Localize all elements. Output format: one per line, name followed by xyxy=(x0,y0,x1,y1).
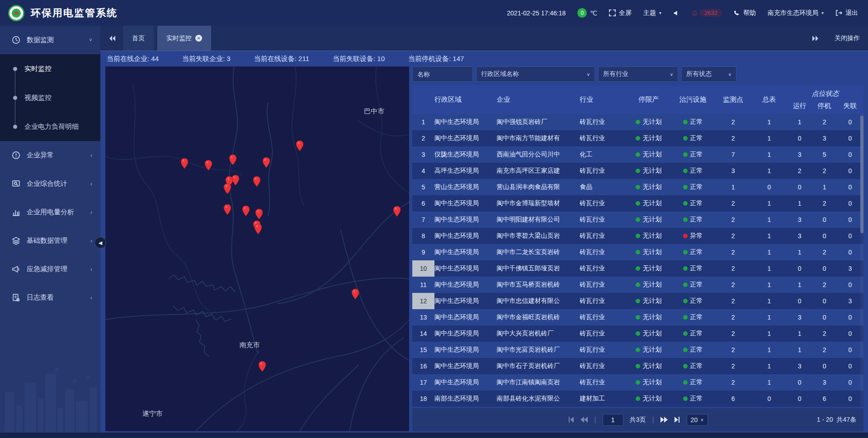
table-row[interactable]: 11阆中生态环境局阆中市五马桥页岩机砖砖瓦行业无计划正常21120 xyxy=(412,277,863,293)
sidebar-subitem-视频监控[interactable]: 视频监控 xyxy=(0,83,100,112)
table-row[interactable]: 3仪陇生态环境局西南油气田分公司川中化工无计划正常71350 xyxy=(412,146,863,163)
sidebar-subitem-企业电力负荷明细[interactable]: 企业电力负荷明细 xyxy=(0,112,100,141)
sidebar-collapse-button[interactable]: ◀ xyxy=(94,237,106,249)
map-pin-icon[interactable] xyxy=(263,157,270,168)
last-page-button[interactable] xyxy=(674,417,680,423)
map-pin-icon[interactable] xyxy=(205,160,212,170)
map-pin-icon[interactable] xyxy=(229,155,237,165)
table-row[interactable]: 4高坪生态环境局南充市高坪区王家店建砖瓦行业无计划正常31220 xyxy=(412,163,863,179)
bottom-scrollbar[interactable] xyxy=(0,433,868,438)
table-row[interactable]: 5营山生态环境局营山县润丰肉食品有限食品无计划正常10010 xyxy=(412,179,863,195)
map-pin-icon[interactable] xyxy=(224,184,231,194)
table-row[interactable]: 12阆中生态环境局阆中市忠信建材有限公砖瓦行业无计划正常21003 xyxy=(412,293,863,309)
cell-meter: 1 xyxy=(751,314,787,321)
row-index: 15 xyxy=(412,342,434,358)
table-row[interactable]: 17阆中生态环境局阆中市江南镇阆南页岩砖瓦行业无计划正常21030 xyxy=(412,374,863,391)
table-row[interactable]: 8阆中生态环境局阆中市枣碧大梁山页岩砖瓦行业无计划异常21300 xyxy=(412,228,863,244)
tab-home[interactable]: 首页 xyxy=(123,26,154,51)
map-pin-icon[interactable] xyxy=(255,224,262,234)
chevron-left-icon: ‹ xyxy=(90,295,92,301)
sidebar-item-3[interactable]: 企业用电量分析‹ xyxy=(0,198,100,226)
map-pin-icon[interactable] xyxy=(253,176,261,187)
close-icon[interactable]: ✕ xyxy=(195,35,202,42)
cell-stop: 1 xyxy=(812,184,837,191)
theme-dropdown[interactable]: 主题▾ xyxy=(643,9,661,17)
sidebar-item-label: 基础数据管理 xyxy=(27,236,84,245)
cell-production-status: 无计划 xyxy=(627,151,671,159)
app-root: 环保用电监管系统 2021-02-25 17:46:18 0 ℃ 全屏 主题▾ xyxy=(0,0,868,438)
close-operations-button[interactable]: 关闭操作 xyxy=(835,34,860,42)
page-number-input[interactable] xyxy=(603,414,623,426)
table-row[interactable]: 15阆中生态环境局阆中市光富页岩机砖厂砖瓦行业无计划正常21120 xyxy=(412,342,863,358)
map-panel[interactable]: 巴中市南充市遂宁市 xyxy=(105,66,409,431)
logout-button[interactable]: 退出 xyxy=(835,9,858,17)
mute-button[interactable] xyxy=(673,10,679,16)
cell-industry: 砖瓦行业 xyxy=(580,134,627,142)
table-row[interactable]: 10阆中生态环境局阆中千佛镇五郎垭页岩砖瓦行业无计划正常21003 xyxy=(412,260,863,277)
cell-meter: 1 xyxy=(751,281,787,288)
cell-region: 阆中生态环境局 xyxy=(434,264,497,273)
table-row[interactable]: 18南部生态环境局南部县砖化水泥有限公建材加工无计划正常60060 xyxy=(412,391,863,407)
megaphone-icon xyxy=(12,265,20,273)
cell-production-status: 无计划 xyxy=(627,362,671,370)
table-row[interactable]: 2阆中生态环境局阆中市南方节能建材有砖瓦行业无计划正常21030 xyxy=(412,130,863,146)
map-pin-icon[interactable] xyxy=(352,289,359,299)
map-pin-icon[interactable] xyxy=(259,361,266,372)
status-dot-icon xyxy=(683,120,688,124)
name-filter-input[interactable] xyxy=(417,71,468,78)
map-pin-icon[interactable] xyxy=(255,209,263,219)
table-row[interactable]: 13阆中生态环境局阆中市金福旺页岩机砖砖瓦行业无计划正常21300 xyxy=(412,309,863,325)
help-button[interactable]: 帮助 xyxy=(734,9,756,17)
status-filter-select[interactable]: 所有状态∨ xyxy=(681,66,736,82)
row-index: 8 xyxy=(412,228,434,244)
sidebar-subitem-实时监控[interactable]: 实时监控 xyxy=(0,54,100,83)
app-title: 环保用电监管系统 xyxy=(31,6,118,20)
notifications-button[interactable]: 2632 xyxy=(691,9,722,17)
cell-lost: 0 xyxy=(837,118,863,126)
table-row[interactable]: 7阆中生态环境局阆中明阳建材有限公司砖瓦行业无计划正常21300 xyxy=(412,212,863,228)
cell-run: 0 xyxy=(787,265,812,272)
map-pin-icon[interactable] xyxy=(224,204,231,215)
speaker-icon xyxy=(673,10,679,16)
tabs-scroll-right-button[interactable] xyxy=(808,35,823,42)
bell-icon xyxy=(691,9,698,16)
previous-page-button[interactable] xyxy=(580,417,588,423)
layers-icon xyxy=(12,236,20,245)
map-pin-icon[interactable] xyxy=(231,175,239,185)
cell-facility-status: 正常 xyxy=(671,151,715,159)
tab-realtime-monitor[interactable]: 实时监控 ✕ xyxy=(157,26,211,51)
sidebar-item-1[interactable]: 企业异常‹ xyxy=(0,141,100,170)
map-roads xyxy=(105,66,409,431)
cell-region: 仪陇生态环境局 xyxy=(434,151,497,159)
map-pin-icon[interactable] xyxy=(296,141,304,151)
table-row[interactable]: 6阆中生态环境局阆中市金博瑞新型墙材砖瓦行业无计划正常21120 xyxy=(412,195,863,212)
industry-filter-select[interactable]: 所有行业∨ xyxy=(598,66,678,82)
temperature-unit: ℃ xyxy=(590,9,597,17)
sidebar-item-0[interactable]: 数据监测˅ xyxy=(0,26,100,54)
cell-meter: 1 xyxy=(751,363,787,370)
status-dot-icon xyxy=(636,120,640,124)
sidebar-item-6[interactable]: 日志查看‹ xyxy=(0,283,100,312)
table-scrollbar[interactable] xyxy=(860,114,863,408)
tabs-scroll-left-button[interactable] xyxy=(105,35,119,42)
map-pin-icon[interactable] xyxy=(180,158,188,169)
map-pin-icon[interactable] xyxy=(242,206,250,216)
status-dot-icon xyxy=(636,250,640,254)
table-row[interactable]: 16阆中生态环境局阆中市石子页岩机砖厂砖瓦行业无计划正常21300 xyxy=(412,358,863,374)
table-row[interactable]: 9阆中生态环境局阆中市二龙长宝页岩砖砖瓦行业无计划正常21120 xyxy=(412,244,863,260)
sidebar-item-4[interactable]: 基础数据管理‹ xyxy=(0,226,100,255)
table-row[interactable]: 1阆中生态环境局阆中强锐页岩砖厂砖瓦行业无计划正常21120 xyxy=(412,114,863,130)
page-size-select[interactable]: 20∨ xyxy=(687,414,708,426)
cell-industry: 砖瓦行业 xyxy=(580,232,627,240)
cell-company: 阆中强锐页岩砖厂 xyxy=(497,118,580,126)
map-pin-icon[interactable] xyxy=(393,206,401,217)
cell-meter: 1 xyxy=(751,265,787,272)
first-page-button[interactable] xyxy=(568,417,574,423)
fullscreen-button[interactable]: 全屏 xyxy=(609,9,632,17)
region-filter-select[interactable]: 行政区域名称∨ xyxy=(476,66,595,82)
sidebar-item-5[interactable]: 应急减排管理‹ xyxy=(0,255,100,283)
table-row[interactable]: 14阆中生态环境局阆中大兴页岩机砖厂砖瓦行业无计划正常21120 xyxy=(412,325,863,342)
next-page-button[interactable] xyxy=(660,417,668,423)
org-dropdown[interactable]: 南充市生态环境局▾ xyxy=(768,9,824,17)
sidebar-item-2[interactable]: 企业综合统计‹ xyxy=(0,170,100,198)
